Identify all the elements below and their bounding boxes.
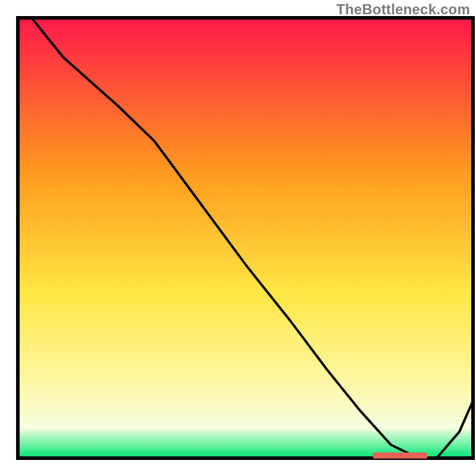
plot-background [18,18,473,458]
chart-stage: TheBottleneck.com [0,0,476,476]
chart-canvas [0,0,476,476]
watermark-text: TheBottleneck.com [336,1,470,18]
highlight-bar [373,452,428,458]
